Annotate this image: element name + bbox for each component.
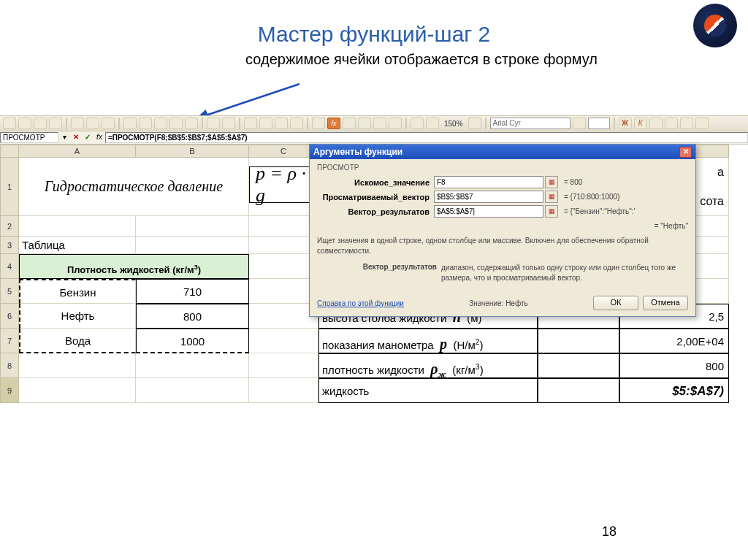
toolbar-button[interactable] [259, 118, 272, 129]
toolbar-button[interactable] [34, 118, 47, 129]
toolbar-button[interactable] [290, 118, 303, 129]
accept-icon[interactable]: ✓ [83, 133, 93, 143]
help-link[interactable]: Справка по этой функции [317, 299, 404, 307]
toolbar-button[interactable] [573, 118, 586, 129]
cell[interactable]: 800 [136, 304, 249, 329]
row-header[interactable]: 1 [0, 158, 19, 216]
toolbar-button[interactable] [102, 118, 115, 129]
toolbar-button[interactable] [312, 118, 325, 129]
param-result: = 800 [564, 178, 688, 186]
col-header[interactable]: A [19, 145, 136, 158]
row-header[interactable]: 7 [0, 329, 19, 353]
cell[interactable] [249, 304, 318, 329]
col-header[interactable]: C [249, 145, 318, 158]
italic-button[interactable]: К [634, 118, 647, 129]
toolbar-button[interactable] [71, 118, 84, 129]
toolbar-button[interactable] [18, 118, 31, 129]
cell[interactable]: Вода [19, 329, 136, 353]
toolbar-button[interactable] [389, 118, 402, 129]
toolbar-button[interactable] [244, 118, 257, 129]
toolbar-button[interactable] [275, 118, 288, 129]
toolbar-button[interactable] [154, 118, 167, 129]
param-input[interactable] [434, 205, 543, 218]
row-header[interactable]: 3 [0, 237, 19, 254]
range-select-icon[interactable]: ▦ [545, 191, 558, 203]
toolbar-button[interactable] [123, 118, 137, 129]
select-all[interactable] [0, 145, 19, 158]
row-header[interactable]: 2 [0, 216, 19, 237]
cancel-button[interactable]: Отмена [643, 296, 688, 310]
font-size-select[interactable] [588, 118, 610, 129]
cell[interactable] [249, 237, 318, 254]
toolbar-button[interactable] [665, 118, 678, 129]
cell[interactable]: плотность жидкости ρж (кг/м3) [318, 353, 538, 378]
cancel-icon[interactable]: ✕ [71, 133, 81, 143]
cell[interactable] [249, 279, 318, 304]
cell[interactable] [19, 216, 136, 237]
toolbar-button[interactable] [343, 118, 356, 129]
cell[interactable] [136, 353, 249, 378]
cell[interactable]: Таблица [19, 237, 136, 254]
cell[interactable]: показания манометра p (Н/м2) [318, 329, 538, 353]
cell[interactable] [249, 216, 318, 237]
row-header[interactable]: 4 [0, 254, 19, 279]
cell[interactable] [249, 329, 318, 353]
cell[interactable]: Нефть [19, 304, 136, 329]
cell[interactable]: Бензин [19, 279, 136, 304]
toolbar-button[interactable] [86, 118, 99, 129]
toolbar-button[interactable] [468, 118, 481, 129]
font-select[interactable]: Arial Cyr [490, 118, 570, 129]
cell[interactable]: жидкость [318, 378, 538, 403]
cell[interactable]: 800 [619, 353, 729, 378]
toolbar-button[interactable] [373, 118, 386, 129]
active-cell[interactable]: $5:$A$7) [619, 378, 729, 403]
row-header[interactable]: 5 [0, 279, 19, 304]
range-select-icon[interactable]: ▦ [545, 205, 558, 218]
row-header[interactable]: 8 [0, 353, 19, 378]
cell[interactable] [19, 378, 136, 403]
param-desc-text: диапазон, содержащий только одну строку … [441, 263, 688, 283]
cell[interactable]: Плотность жидкостей (кг/м3) [19, 254, 249, 279]
close-icon[interactable]: ✕ [679, 147, 692, 158]
toolbar-button[interactable] [207, 118, 220, 129]
dropdown-icon[interactable]: ▾ [59, 133, 69, 143]
dialog-titlebar[interactable]: Аргументы функции ✕ [310, 145, 695, 159]
row-header[interactable]: 9 [0, 378, 19, 403]
cell[interactable] [249, 254, 318, 279]
fx-icon[interactable]: fx [94, 133, 104, 143]
toolbar-button[interactable] [695, 118, 709, 129]
ok-button[interactable]: ОК [593, 296, 638, 310]
cell[interactable] [136, 378, 249, 403]
zoom-value[interactable]: 150% [441, 120, 466, 128]
cell[interactable]: 710 [136, 279, 249, 304]
toolbar-button[interactable] [649, 118, 663, 129]
col-header[interactable]: B [136, 145, 249, 158]
toolbar-button[interactable] [139, 118, 152, 129]
toolbar-button[interactable] [169, 118, 183, 129]
cell[interactable] [249, 378, 318, 403]
cell[interactable]: p = ρ · g [249, 158, 318, 216]
toolbar-button[interactable] [680, 118, 693, 129]
toolbar-button[interactable] [426, 118, 439, 129]
toolbar-button[interactable] [49, 118, 62, 129]
cell[interactable]: 2,00E+04 [619, 329, 729, 353]
param-input[interactable] [434, 176, 543, 188]
bold-button[interactable]: Ж [619, 118, 632, 129]
cell[interactable] [249, 353, 318, 378]
range-select-icon[interactable]: ▦ [545, 176, 558, 188]
cell[interactable]: Гидростатическое давление [19, 158, 249, 216]
fx-button[interactable]: fx [327, 118, 340, 129]
cell[interactable] [136, 216, 249, 237]
toolbar-button[interactable] [3, 118, 16, 129]
toolbar-button[interactable] [411, 118, 424, 129]
param-input[interactable] [434, 191, 543, 203]
row-header[interactable]: 6 [0, 304, 19, 329]
cell[interactable]: 1000 [136, 329, 249, 353]
cell[interactable] [136, 237, 249, 254]
cell[interactable] [19, 353, 136, 378]
formula-input[interactable]: =ПРОСМОТР(F8;$B$5:$B$7;$A$5:$A$7) [105, 132, 748, 143]
cell-reference[interactable]: ПРОСМОТР [0, 132, 58, 143]
toolbar-button[interactable] [185, 118, 198, 129]
toolbar-button[interactable] [222, 118, 235, 129]
toolbar-button[interactable] [358, 118, 371, 129]
